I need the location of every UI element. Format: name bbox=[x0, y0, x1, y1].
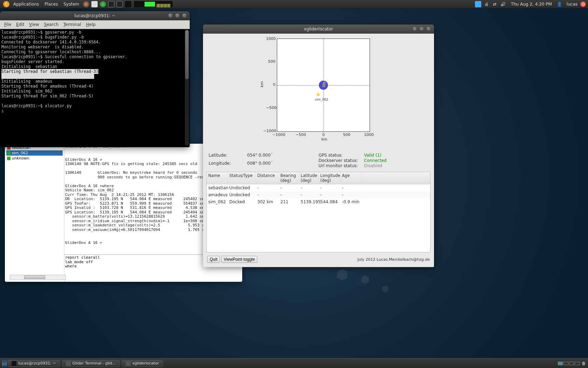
table-row[interactable]: sebastianUndocked----- bbox=[207, 184, 430, 191]
trash-icon[interactable]: 🗑 bbox=[582, 361, 586, 366]
x-tick: 1000 bbox=[364, 132, 374, 137]
y-tick: 500 bbox=[268, 59, 275, 64]
dock-label: Dockserver status: bbox=[318, 158, 364, 163]
gps-label: GPS status: bbox=[318, 153, 364, 158]
applications-menu[interactable]: Applications bbox=[10, 2, 42, 7]
minimize-button[interactable] bbox=[412, 26, 417, 31]
locator-plot[interactable]: sim_062 1000 500 0 −500 −1000 −1000 −500… bbox=[206, 36, 431, 151]
status-square-icon bbox=[7, 151, 10, 155]
locator-footer: Quit ViewPoint toggle July 2012 Lucas.Me… bbox=[206, 254, 431, 264]
terminal-output[interactable]: lucas@rzcp0931:~$ gpsserver.py -b lucas@… bbox=[0, 29, 190, 144]
x-axis-label: km bbox=[321, 137, 327, 142]
volume-icon[interactable]: 🔊 bbox=[500, 1, 506, 7]
plot-frame: sim_062 bbox=[277, 39, 370, 132]
tree-item-unknown[interactable]: unknown bbox=[6, 156, 63, 161]
locator-window: xgliderlocator bbox=[203, 25, 434, 267]
x-tick: −500 bbox=[295, 132, 306, 137]
menu-search[interactable]: Search bbox=[42, 21, 61, 28]
credit-text: July 2012 Lucas.Merckelbach@hzg.de bbox=[357, 257, 430, 262]
menu-edit[interactable]: Edit bbox=[14, 21, 26, 28]
table-row[interactable]: sim_062Docked302 km2115139.195544.084-0.… bbox=[207, 198, 430, 205]
user-menu[interactable]: lucas bbox=[564, 2, 580, 7]
workspace-switcher[interactable] bbox=[558, 362, 580, 365]
close-button[interactable] bbox=[182, 13, 187, 18]
distro-icon[interactable]: C bbox=[3, 1, 9, 7]
tray-icon-1[interactable] bbox=[475, 1, 481, 7]
glider-table[interactable]: Name Status/Type Distance Bearing (deg) … bbox=[206, 172, 430, 252]
quit-button[interactable]: Quit bbox=[207, 256, 220, 263]
tree-scrollbar[interactable] bbox=[10, 275, 64, 280]
window-icon[interactable] bbox=[117, 1, 123, 7]
network-icon[interactable]: ⇄ bbox=[492, 1, 498, 7]
status-row: Latitude: 054° 0.000´ Longitude: 008° 0.… bbox=[206, 151, 431, 170]
y-tick: 0 bbox=[273, 82, 275, 87]
terminal-window: lucas@rzcp0931: ~ File Edit View Search … bbox=[0, 11, 190, 147]
window-title: lucas@rzcp0931: ~ bbox=[74, 13, 115, 18]
lat-label: Latitude: bbox=[209, 153, 247, 161]
window-title: xgliderlocator bbox=[304, 27, 333, 32]
evolution-icon[interactable] bbox=[91, 1, 98, 7]
table-row[interactable]: amadeusUndocked----- bbox=[207, 191, 430, 198]
tree-label: unknown bbox=[12, 156, 29, 161]
terminal-titlebar[interactable]: lucas@rzcp0931: ~ bbox=[0, 11, 190, 20]
x-tick: 0 bbox=[322, 132, 325, 137]
printer-icon[interactable]: 🖨 bbox=[483, 1, 490, 7]
cpu-graph[interactable] bbox=[134, 1, 173, 7]
terminal-menubar: File Edit View Search Terminal Help bbox=[0, 20, 190, 29]
y-tick: −500 bbox=[266, 105, 276, 110]
tree-label: sim_062 bbox=[12, 151, 28, 155]
maximize-button[interactable] bbox=[175, 13, 180, 18]
show-desktop-icon[interactable]: ▭ bbox=[2, 361, 7, 366]
url-label: Url monitor status: bbox=[318, 163, 364, 168]
x-tick: −1000 bbox=[272, 132, 285, 137]
locator-titlebar[interactable]: xgliderlocator bbox=[203, 25, 434, 34]
taskbar-item-locator[interactable]: xgliderlocator bbox=[122, 360, 163, 367]
app-icon bbox=[126, 361, 131, 366]
menu-terminal[interactable]: Terminal bbox=[61, 21, 83, 28]
monitor-icon[interactable] bbox=[125, 1, 131, 7]
terminal-icon bbox=[12, 361, 16, 366]
places-menu[interactable]: Places bbox=[42, 2, 61, 7]
app-icon-3[interactable] bbox=[100, 1, 106, 7]
y-tick: 1000 bbox=[266, 36, 276, 41]
terminal-launcher-icon[interactable] bbox=[108, 1, 114, 7]
x-tick: 500 bbox=[343, 132, 350, 137]
bottom-panel: ▭ lucas@rzcp0931: ~ Glider Terminal - gl… bbox=[0, 358, 588, 368]
status-square-icon bbox=[7, 157, 10, 160]
y-axis-label: km bbox=[260, 81, 264, 87]
minimize-button[interactable] bbox=[168, 13, 173, 18]
lon-label: Longitude: bbox=[209, 161, 247, 169]
firefox-icon[interactable] bbox=[83, 1, 89, 7]
taskbar-item-terminal[interactable]: lucas@rzcp0931: ~ bbox=[8, 360, 59, 367]
top-panel: C Applications Places System 🖨 ⇄ 🔊 Thu A… bbox=[0, 0, 588, 8]
gps-value: Valid (1) bbox=[364, 153, 428, 158]
lon-value: 008° 0.000´ bbox=[247, 161, 318, 169]
close-button[interactable] bbox=[426, 26, 431, 31]
viewpoint-toggle-button[interactable]: ViewPoint toggle bbox=[221, 256, 257, 263]
terminal-scrollbar[interactable] bbox=[185, 29, 189, 146]
system-menu[interactable]: System bbox=[61, 2, 82, 7]
logout-icon[interactable]: ⏻ bbox=[580, 1, 586, 7]
dock-value: Connected bbox=[364, 158, 428, 163]
maximize-button[interactable] bbox=[419, 26, 424, 31]
lat-value: 054° 0.000´ bbox=[247, 153, 318, 161]
clock[interactable]: Thu Aug 2, 4:20 PM bbox=[507, 2, 555, 7]
glider-marker-label: sim_062 bbox=[315, 98, 328, 101]
tree-item-sim062[interactable]: sim_062 bbox=[6, 150, 63, 156]
url-value: Disabled bbox=[364, 163, 428, 168]
glider-marker-icon bbox=[316, 92, 320, 96]
table-header: Name Status/Type Distance Bearing (deg) … bbox=[207, 172, 430, 184]
glider-tree-pane[interactable]: sebastian sim_062 unknown bbox=[5, 144, 64, 282]
user-icon: 👤 bbox=[556, 1, 563, 7]
app-icon bbox=[66, 361, 71, 366]
taskbar-item-glider-terminal[interactable]: Glider Terminal - glid... bbox=[62, 360, 120, 367]
menu-view[interactable]: View bbox=[27, 21, 41, 28]
menu-file[interactable]: File bbox=[2, 21, 13, 28]
menu-help[interactable]: Help bbox=[84, 21, 98, 28]
